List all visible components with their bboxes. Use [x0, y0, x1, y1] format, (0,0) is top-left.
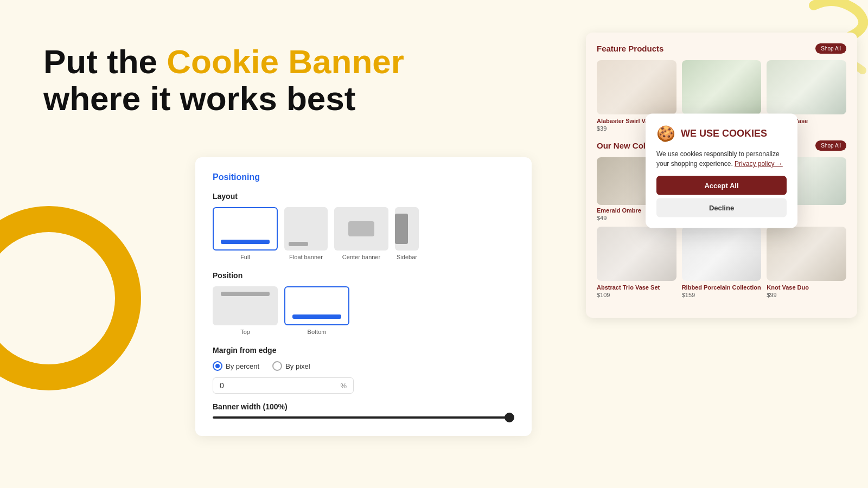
- collection-price-abstract: $109: [597, 292, 676, 298]
- position-box-top[interactable]: [213, 286, 278, 325]
- featured-shop-btn[interactable]: Shop All: [815, 43, 846, 54]
- layout-grid: Full Float banner Center banner Sidebar: [213, 207, 514, 260]
- cookie-icon: 🍪: [656, 125, 675, 143]
- radio-circle-pixel: [272, 361, 282, 371]
- banner-width-label: Banner width (100%): [213, 402, 514, 411]
- headline: Put the Cookie Banner where it works bes…: [43, 43, 404, 117]
- layout-option-center[interactable]: Center banner: [334, 207, 388, 260]
- headline-plain: Put the: [43, 43, 167, 80]
- product-img-1: [682, 60, 762, 114]
- collection-card-abstract: Abstract Trio Vase Set $109: [597, 227, 676, 298]
- layout-box-full[interactable]: [213, 207, 278, 251]
- layout-bar-float: [289, 242, 308, 246]
- bg-circle-decoration: [0, 206, 141, 390]
- headline-line2: where it works best: [43, 80, 355, 117]
- radio-pixel[interactable]: By pixel: [272, 361, 310, 371]
- positioning-panel: Positioning Layout Full Float banner Cen…: [195, 157, 532, 436]
- cookie-banner: 🍪 WE USE COOKIES We use cookies responsi…: [646, 114, 797, 228]
- headline-highlight: Cookie Banner: [167, 43, 404, 80]
- cookie-text: We use cookies responsibly to personaliz…: [656, 149, 787, 169]
- collection-img-abstract: [597, 227, 676, 281]
- product-panel-inner: Feature Products Shop All Alabaster Swir…: [597, 43, 846, 298]
- layout-label-float: Float banner: [289, 254, 323, 260]
- layout-label-center: Center banner: [342, 254, 380, 260]
- position-label: Position: [213, 271, 514, 280]
- position-grid: Top Bottom: [213, 286, 514, 335]
- product-panel: Feature Products Shop All Alabaster Swir…: [586, 33, 857, 318]
- margin-section: Margin from edge By percent By pixel %: [213, 346, 514, 394]
- cookie-accept-btn[interactable]: Accept All: [656, 176, 787, 195]
- collection-img-knot: [767, 227, 846, 281]
- radio-percent[interactable]: By percent: [213, 361, 259, 371]
- collection-img-ribbed: [682, 227, 762, 281]
- collection-card-ribbed: Ribbed Porcelain Collection $159: [682, 227, 762, 298]
- headline-section: Put the Cookie Banner where it works bes…: [43, 43, 404, 117]
- layout-bar-full: [221, 240, 270, 244]
- radio-group: By percent By pixel: [213, 361, 514, 371]
- collection-card-knot: Knot Vase Duo $99: [767, 227, 846, 298]
- featured-header: Feature Products Shop All: [597, 43, 846, 54]
- radio-circle-percent: [213, 361, 222, 371]
- layout-box-center[interactable]: [334, 207, 388, 251]
- collection-name-ribbed: Ribbed Porcelain Collection: [682, 284, 762, 291]
- margin-input-row: %: [213, 377, 354, 394]
- margin-label: Margin from edge: [213, 346, 514, 355]
- layout-box-sidebar[interactable]: [395, 207, 419, 251]
- layout-bar-sidebar: [395, 214, 408, 244]
- position-option-bottom[interactable]: Bottom: [284, 286, 349, 335]
- layout-option-full[interactable]: Full: [213, 207, 278, 260]
- cookie-decline-btn[interactable]: Decline: [656, 198, 787, 217]
- featured-title: Feature Products: [597, 44, 663, 53]
- product-img-2: [767, 60, 846, 114]
- collection-price-ribbed: $159: [682, 292, 762, 298]
- radio-label-pixel: By pixel: [285, 362, 310, 370]
- position-label-bottom: Bottom: [308, 329, 327, 335]
- position-bar-bottom: [292, 314, 341, 319]
- layout-bar-center: [348, 221, 374, 236]
- layout-label: Layout: [213, 192, 514, 201]
- slider-track[interactable]: [213, 416, 514, 419]
- cookie-privacy-link[interactable]: Privacy policy →: [735, 160, 783, 168]
- collection-name-abstract: Abstract Trio Vase Set: [597, 284, 676, 291]
- cookie-title: WE USE COOKIES: [681, 128, 767, 139]
- position-bar-top: [221, 292, 270, 296]
- collection-price-knot: $99: [767, 292, 846, 298]
- cookie-header: 🍪 WE USE COOKIES: [656, 125, 787, 143]
- layout-label-full: Full: [240, 254, 250, 260]
- radio-label-percent: By percent: [226, 362, 259, 370]
- panel-title: Positioning: [213, 172, 514, 182]
- product-img-0: [597, 60, 676, 114]
- new-collection-shop-btn[interactable]: Shop All: [815, 140, 846, 151]
- margin-input[interactable]: [220, 381, 340, 390]
- position-option-top[interactable]: Top: [213, 286, 278, 335]
- layout-label-sidebar: Sidebar: [397, 254, 417, 260]
- collection-name-knot: Knot Vase Duo: [767, 284, 846, 291]
- layout-box-float[interactable]: [284, 207, 328, 251]
- layout-option-float[interactable]: Float banner: [284, 207, 328, 260]
- new-collection-bottom: Abstract Trio Vase Set $109 Ribbed Porce…: [597, 227, 846, 298]
- margin-unit: %: [340, 382, 347, 390]
- slider-thumb[interactable]: [505, 413, 514, 422]
- layout-option-sidebar[interactable]: Sidebar: [395, 207, 419, 260]
- position-label-top: Top: [240, 329, 250, 335]
- position-box-bottom[interactable]: [284, 286, 349, 325]
